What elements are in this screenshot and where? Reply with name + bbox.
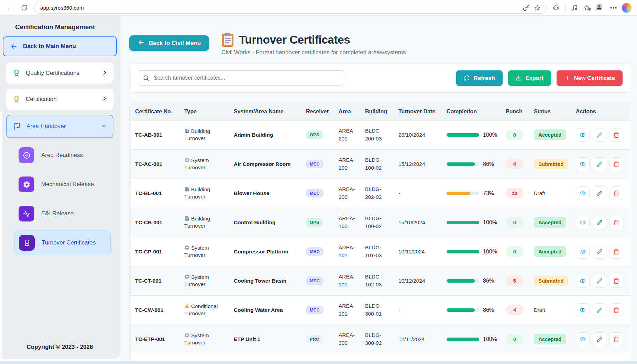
edit-button[interactable] [593, 186, 606, 200]
cell-actions [570, 295, 631, 325]
view-button[interactable] [576, 157, 590, 171]
cell-turnover-date: 15/12/2024 [393, 149, 441, 179]
delete-button[interactable] [609, 216, 623, 229]
search-input-wrapper[interactable] [138, 70, 344, 86]
progress-bar [447, 162, 479, 166]
profile-avatar[interactable] [594, 2, 607, 14]
media-music-icon[interactable] [568, 2, 581, 14]
view-button[interactable] [576, 186, 590, 200]
view-button[interactable] [576, 332, 590, 346]
extensions-puzzle-icon[interactable] [550, 2, 562, 14]
building-icon [184, 216, 190, 221]
view-button[interactable] [576, 216, 590, 229]
cell-type: Conditional Turnover [179, 295, 228, 325]
delete-button[interactable] [609, 274, 623, 288]
cell-area: AREA-100 [333, 208, 360, 237]
receiver-badge: MEC [306, 189, 323, 197]
browser-refresh-button[interactable] [18, 2, 30, 14]
page-title: Turnover Certificates [239, 33, 350, 46]
sidebar-item-area-handover[interactable]: Area Handover [6, 115, 113, 138]
edit-button[interactable] [593, 332, 606, 346]
view-button[interactable] [576, 303, 590, 317]
refresh-icon [464, 75, 470, 81]
new-certificate-button[interactable]: New Certificate [557, 70, 623, 86]
edit-button[interactable] [593, 245, 606, 259]
browser-back-button[interactable]: ← [4, 2, 17, 14]
horizontal-scrollbar[interactable] [0, 361, 637, 364]
cell-certificate-no: TC-CW-001 [130, 295, 179, 325]
chevron-down-icon [101, 123, 107, 130]
search-input[interactable] [154, 75, 339, 81]
edit-button[interactable] [593, 216, 606, 229]
cell-area: AREA-200 [333, 179, 360, 208]
column-header-type: Type [179, 103, 228, 120]
cell-completion: 73% [441, 179, 500, 208]
status-badge: Submitted [534, 275, 568, 286]
view-button[interactable] [576, 245, 590, 259]
status-badge: Accepted [534, 129, 566, 140]
cell-status: Submitted [528, 149, 570, 179]
delete-button[interactable] [609, 157, 623, 171]
cell-receiver: OPS [300, 120, 333, 149]
edit-button[interactable] [593, 303, 606, 317]
view-button[interactable] [576, 128, 590, 142]
view-button[interactable] [576, 274, 590, 288]
cell-turnover-date: 15/10/2024 [393, 208, 441, 237]
browser-menu-icon[interactable]: ••• [607, 2, 620, 14]
receiver-badge: OPS [306, 130, 323, 139]
sidebar-item-certification[interactable]: Certification [6, 89, 113, 110]
sidebar-subitem-area-readiness[interactable]: Area Readiness [14, 143, 111, 168]
chevron-right-icon [102, 70, 107, 77]
cell-building: BLDG-102-03 [360, 266, 393, 295]
sidebar-item-quality-certifications[interactable]: Quality Certifications [6, 62, 113, 84]
cell-status: Accepted [528, 208, 570, 237]
table-row: TC-CT-001 System Turnover Cooling Tower … [130, 266, 631, 295]
column-header-certificate-no: Certificate No [130, 103, 179, 120]
cell-certificate-no: TC-CP-001 [130, 237, 179, 266]
copilot-icon[interactable] [620, 2, 633, 14]
cell-completion: 86% [441, 266, 500, 295]
password-key-icon[interactable] [521, 2, 532, 13]
favorites-list-icon[interactable] [581, 2, 594, 14]
search-toolbar: Refresh Export New Certificate [129, 63, 631, 93]
cell-actions [570, 179, 631, 208]
refresh-button[interactable]: Refresh [456, 70, 502, 86]
cell-status: Draft [528, 295, 570, 325]
progress-bar [447, 133, 479, 137]
download-icon [516, 75, 522, 81]
favorite-star-icon[interactable] [532, 2, 543, 13]
back-to-civil-menu-button[interactable]: Back to Civil Menu [129, 35, 209, 51]
cell-status: Submitted [528, 266, 570, 295]
edit-button[interactable] [593, 157, 606, 171]
receiver-badge: MEC [306, 247, 323, 256]
cell-certificate-no: TC-ETP-001 [130, 325, 179, 354]
cell-area: AREA-101 [333, 237, 360, 266]
status-badge: Accepted [534, 217, 566, 228]
sidebar-scrollbar[interactable] [0, 111, 2, 359]
delete-button[interactable] [609, 303, 623, 317]
cell-building: BLDG-200-03 [360, 120, 393, 149]
cell-receiver: MEC [300, 149, 333, 179]
cell-building: BLDG-100-02 [360, 149, 393, 179]
back-to-main-menu-button[interactable]: Back to Main Menu [3, 36, 117, 56]
address-bar[interactable]: app.syros360.com [34, 2, 547, 14]
export-button[interactable]: Export [508, 70, 551, 86]
cell-completion: 86% [441, 295, 500, 325]
cell-turnover-date: - [393, 295, 441, 325]
system-icon [184, 157, 190, 163]
sidebar-subitem-e-i-release[interactable]: E&I Release [14, 201, 111, 226]
building-icon [184, 186, 190, 192]
punch-count-badge: 0 [506, 129, 524, 140]
column-header-building: Building [360, 103, 393, 120]
building-icon [184, 128, 190, 134]
edit-button[interactable] [593, 128, 606, 142]
sidebar-subitem-mechanical-release[interactable]: Mechanical Release [14, 172, 111, 197]
cell-type: Building Turnover [179, 208, 228, 237]
delete-button[interactable] [609, 245, 623, 259]
edit-button[interactable] [593, 274, 606, 288]
delete-button[interactable] [609, 186, 623, 200]
delete-button[interactable] [609, 128, 623, 142]
progress-bar [447, 308, 479, 312]
delete-button[interactable] [609, 332, 623, 346]
sidebar-subitem-turnover-certificates[interactable]: Turnover Certificates [14, 230, 111, 255]
